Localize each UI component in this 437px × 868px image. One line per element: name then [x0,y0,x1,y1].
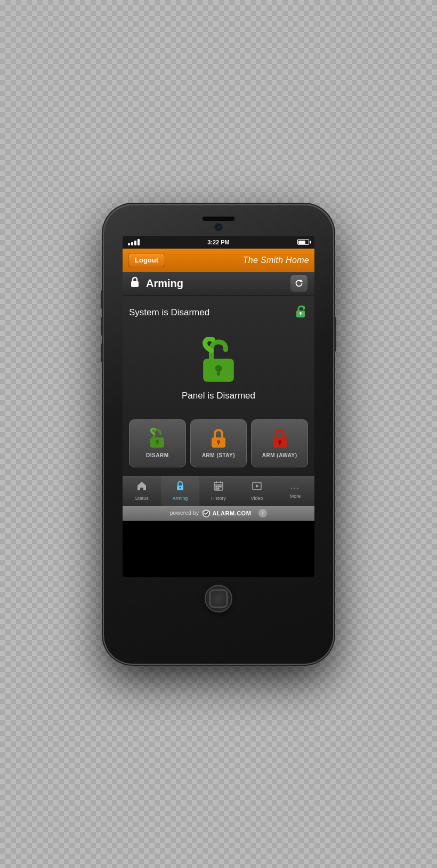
tab-arming[interactable]: Arming [161,476,199,506]
app-header: Logout The Smith Home [123,249,314,272]
arming-tab-label: Arming [173,496,188,501]
phone-device: 3:22 PM Logout The Smith Home Arming [104,205,333,664]
status-lock-icon [294,304,308,321]
status-time: 3:22 PM [207,239,230,245]
main-content: System is Disarmed [123,296,314,476]
disarmed-lock-icon [195,337,242,385]
logout-button[interactable]: Logout [128,253,165,267]
battery-icon [297,239,309,245]
tab-bar: Status Arming [123,476,314,506]
action-buttons: DISARM ARM (STAY) [129,419,308,467]
svg-rect-24 [218,486,219,487]
history-tab-label: History [211,496,226,501]
status-bar: 3:22 PM [123,236,314,249]
status-tab-label: Status [135,496,149,501]
section-title-group: Arming [129,276,183,291]
system-status: System is Disarmed [129,307,209,318]
arm-stay-label: ARM (STAY) [202,452,235,458]
home-button[interactable] [205,585,232,612]
tab-video[interactable]: Video [238,476,276,506]
svg-rect-4 [300,314,301,315]
svg-point-6 [215,365,222,372]
svg-rect-7 [217,371,220,376]
more-tab-icon: ··· [290,483,300,492]
arm-stay-button[interactable]: ARM (STAY) [190,419,247,467]
powered-bar: powered by ALARM.COM i [123,506,314,521]
alarm-shield-icon [202,509,211,517]
home-title: The Smith Home [243,256,309,265]
section-header: Arming [123,272,314,296]
svg-rect-0 [131,281,139,287]
svg-rect-10 [157,443,158,445]
disarm-icon [147,428,168,449]
home-button-inner [209,590,228,608]
tab-history[interactable]: History [199,476,238,506]
disarm-button[interactable]: DISARM [129,419,186,467]
svg-marker-29 [256,484,259,488]
svg-rect-26 [216,488,217,489]
front-camera [215,224,222,230]
arm-away-label: ARM (AWAY) [262,452,297,458]
arming-tab-icon [175,481,185,494]
powered-by-text: powered by [170,510,199,516]
panel-status: Panel is Disarmed [182,391,255,401]
big-lock-container: Panel is Disarmed [182,337,255,401]
svg-rect-16 [279,443,280,445]
screen: 3:22 PM Logout The Smith Home Arming [123,236,314,577]
svg-rect-27 [218,488,219,489]
video-tab-label: Video [251,496,263,501]
svg-rect-25 [220,486,221,487]
arm-away-icon [269,428,290,449]
lock-icon [129,276,141,291]
section-title: Arming [146,277,183,290]
status-row: System is Disarmed [129,304,308,321]
svg-point-18 [180,487,181,489]
status-tab-icon [136,481,147,494]
svg-rect-13 [218,443,219,445]
tab-more[interactable]: ··· More [276,476,314,506]
signal-icon [128,239,140,245]
top-speaker [203,217,234,221]
history-tab-icon [213,481,224,494]
arm-away-button[interactable]: ARM (AWAY) [251,419,308,467]
svg-rect-23 [216,486,217,487]
refresh-button[interactable] [290,274,308,292]
disarm-label: DISARM [146,452,168,458]
arm-stay-icon [208,428,229,449]
video-tab-icon [252,481,262,494]
tab-status[interactable]: Status [123,476,161,506]
info-button[interactable]: i [258,509,267,517]
more-tab-label: More [290,493,301,499]
alarm-logo: ALARM.COM [202,509,251,517]
alarm-brand-name: ALARM.COM [212,510,251,516]
